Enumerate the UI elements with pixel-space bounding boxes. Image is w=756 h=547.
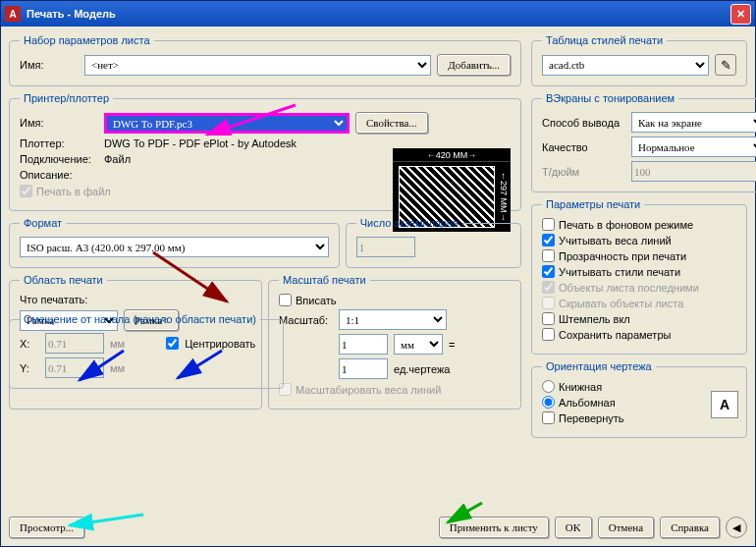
print-dialog: A Печать - Модель ✕ Набор параметров лис… — [0, 0, 756, 547]
plot-style-group: Таблица стилей печати acad.ctb ✎ — [531, 34, 747, 86]
window-title: Печать - Модель — [27, 8, 730, 20]
printer-group: Принтер/плоттер Имя: DWG To PDF.pc3 Свой… — [9, 92, 521, 211]
opt-stamp-checkbox[interactable] — [542, 312, 555, 325]
ok-button[interactable]: OK — [555, 517, 592, 538]
printer-props-button[interactable]: Свойства... — [355, 112, 428, 134]
offset-y-input — [45, 357, 104, 378]
description-label: Описание: — [20, 169, 98, 181]
printer-name-label: Имя: — [20, 117, 98, 129]
offset-x-label: X: — [20, 338, 39, 350]
plot-style-select[interactable]: acad.ctb — [542, 55, 709, 76]
titlebar: A Печать - Модель ✕ — [1, 1, 755, 27]
fit-checkbox[interactable] — [279, 294, 292, 306]
fit-label: Вписать — [296, 295, 337, 306]
opt-transp-checkbox[interactable] — [542, 249, 555, 262]
pagesetup-add-button[interactable]: Добавить... — [437, 54, 511, 76]
opt-lw-checkbox[interactable] — [542, 234, 555, 246]
scale-unit-select[interactable]: мм — [394, 334, 443, 355]
portrait-radio[interactable] — [542, 380, 555, 393]
plot-area-legend: Область печати — [20, 274, 107, 286]
plot-options-legend: Параметры печати — [542, 198, 644, 210]
center-checkbox[interactable] — [166, 337, 179, 350]
shade-method-select[interactable]: Как на экране — [631, 112, 756, 133]
offset-legend: Смещение от начала (начало области печат… — [20, 313, 260, 325]
printer-name-select[interactable]: DWG To PDF.pc3 — [104, 113, 350, 134]
orientation-legend: Ориентация чертежа — [542, 360, 656, 372]
offset-y-label: Y: — [20, 362, 39, 374]
format-group: Формат ISO расш. A3 (420.00 x 297.00 мм) — [9, 217, 340, 268]
copies-input — [356, 237, 415, 257]
opt-bg-checkbox[interactable] — [542, 218, 555, 231]
expand-button[interactable]: ◀ — [726, 517, 747, 538]
plot-style-legend: Таблица стилей печати — [542, 34, 667, 46]
scale-select[interactable]: 1:1 — [339, 309, 447, 330]
format-legend: Формат — [20, 217, 66, 229]
bottom-bar: Просмотр... Применить к листу OK Отмена … — [9, 517, 747, 538]
scale-den-input[interactable] — [339, 358, 388, 379]
plotter-value: DWG To PDF - PDF ePlot - by Autodesk — [104, 137, 297, 149]
opt-styles-checkbox[interactable] — [542, 265, 555, 278]
offset-x-unit: мм — [110, 338, 125, 350]
cancel-button[interactable]: Отмена — [598, 517, 654, 538]
opt-paperlast-checkbox — [542, 281, 555, 294]
dpi-input — [631, 161, 756, 182]
shaded-viewport-group: ВЭкраны с тонированием Способ вывода Как… — [531, 92, 756, 192]
what-to-plot-label: Что печатать: — [20, 294, 87, 305]
shaded-legend: ВЭкраны с тонированием — [542, 92, 678, 104]
plot-to-file-label: Печать в файл — [36, 186, 111, 197]
plot-options-group: Параметры печати Печать в фоновом режиме… — [531, 198, 747, 355]
quality-select[interactable]: Нормальное — [631, 137, 756, 157]
paper-width-label: ←420 MM→ — [393, 148, 511, 162]
offset-x-input — [45, 333, 104, 354]
apply-button[interactable]: Применить к листу — [439, 517, 549, 538]
paper-format-select[interactable]: ISO расш. A3 (420.00 x 297.00 мм) — [20, 237, 329, 257]
page-setup-group: Набор параметров листа Имя: <нет> Добави… — [9, 34, 521, 86]
orientation-icon: A — [711, 391, 738, 418]
pagesetup-name-label: Имя: — [20, 59, 79, 71]
opt-save-checkbox[interactable] — [542, 328, 555, 341]
close-button[interactable]: ✕ — [730, 4, 751, 25]
offset-y-unit: мм — [110, 362, 125, 374]
scale-lw-label: Масштабировать веса линий — [296, 384, 441, 396]
page-setup-legend: Набор параметров листа — [20, 34, 154, 46]
app-icon: A — [5, 6, 21, 22]
preview-button[interactable]: Просмотр... — [9, 517, 84, 538]
dialog-content: Набор параметров листа Имя: <нет> Добави… — [1, 27, 755, 546]
scale-label: Масштаб: — [279, 314, 333, 326]
plotter-label: Плоттер: — [20, 137, 98, 149]
help-button[interactable]: Справка — [660, 517, 720, 538]
orientation-group: Ориентация чертежа Книжная Альбомная Пер… — [531, 360, 747, 438]
dpi-label: Т/дюйм — [542, 166, 625, 178]
copies-group: Число экземпляров — [346, 217, 521, 268]
quality-label: Качество — [542, 141, 625, 153]
connection-value: Файл — [104, 153, 131, 165]
shade-method-label: Способ вывода — [542, 117, 625, 129]
pencil-icon: ✎ — [721, 58, 731, 73]
plot-to-file-checkbox — [20, 185, 32, 197]
connection-label: Подключение: — [20, 153, 98, 165]
landscape-radio[interactable] — [542, 396, 555, 409]
copies-legend: Число экземпляров — [356, 217, 462, 229]
chevron-left-icon: ◀ — [732, 521, 740, 534]
printer-legend: Принтер/плоттер — [20, 92, 113, 104]
plot-style-edit-button[interactable]: ✎ — [715, 54, 736, 76]
center-label: Центрировать — [185, 338, 255, 350]
opt-hide-checkbox — [542, 297, 555, 309]
equals-label: = — [449, 339, 455, 351]
upside-checkbox[interactable] — [542, 411, 555, 424]
pagesetup-name-select[interactable]: <нет> — [84, 55, 431, 76]
offset-group: Смещение от начала (начало области печат… — [9, 313, 284, 389]
scale-den-unit-label: ед.чертежа — [394, 363, 450, 375]
plot-scale-group: Масштаб печати Вписать Масштаб: 1:1 мм = — [268, 274, 521, 410]
scale-num-input[interactable] — [339, 334, 388, 355]
plot-scale-legend: Масштаб печати — [279, 274, 370, 286]
